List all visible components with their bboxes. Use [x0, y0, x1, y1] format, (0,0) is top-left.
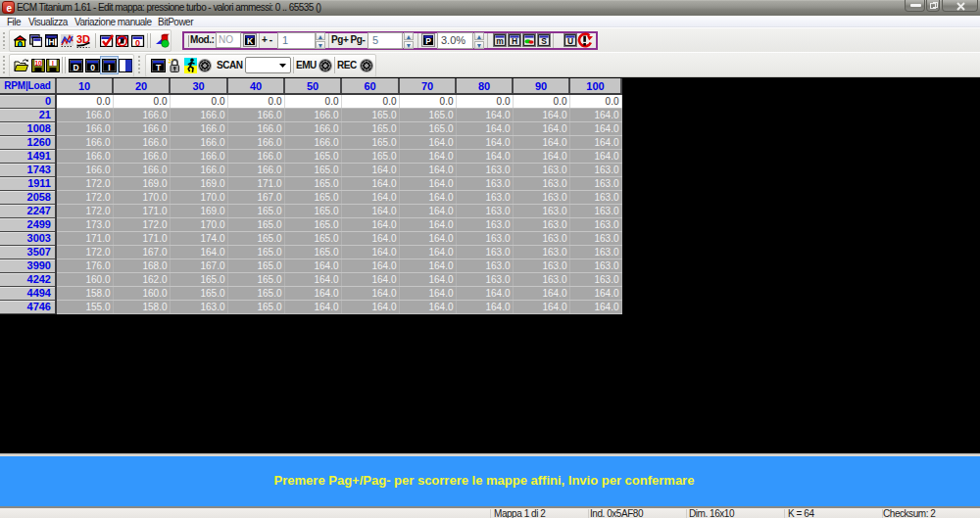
svg-text:I: I — [108, 63, 110, 72]
svg-text:K: K — [247, 36, 254, 46]
svg-text:S: S — [541, 36, 547, 46]
svg-text:P: P — [425, 36, 431, 46]
svg-text:0: 0 — [90, 63, 95, 72]
svg-text:U: U — [567, 36, 573, 46]
svg-text:m: m — [496, 36, 504, 46]
svg-text:H: H — [48, 37, 54, 47]
svg-text:10: 10 — [34, 60, 42, 67]
svg-text:H: H — [512, 36, 517, 46]
svg-text:0: 0 — [135, 38, 140, 48]
svg-text:T: T — [156, 63, 162, 72]
svg-text:D: D — [73, 63, 78, 72]
svg-text:I: I — [52, 60, 54, 67]
